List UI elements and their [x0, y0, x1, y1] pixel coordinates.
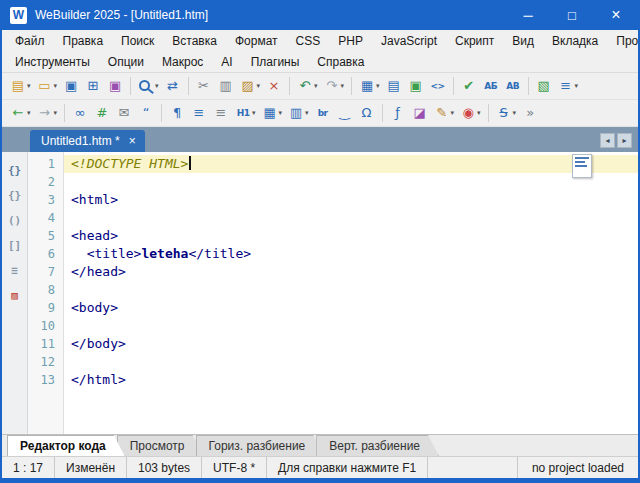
tag-case-button[interactable]: AB: [502, 74, 524, 98]
copy-button[interactable]: ▥: [215, 74, 237, 98]
menu-tab[interactable]: Вкладка: [543, 34, 607, 48]
menu-edit[interactable]: Правка: [54, 34, 113, 48]
menu-options[interactable]: Опции: [99, 55, 153, 69]
insert-tag-button[interactable]: <>: [427, 74, 449, 98]
insert-table-button[interactable]: ▦▾: [356, 74, 383, 98]
code-text[interactable]: [64, 281, 638, 299]
menu-css[interactable]: CSS: [287, 34, 330, 48]
redo-button[interactable]: ↷▾: [321, 74, 348, 98]
line-break-button[interactable]: br: [312, 101, 334, 125]
code-text[interactable]: [64, 353, 638, 371]
numbered-list-button[interactable]: ≡: [210, 101, 232, 125]
view-tab-vertical-split[interactable]: Верт. разбиение: [316, 435, 439, 456]
heading-button[interactable]: H1▾: [232, 101, 259, 125]
tab-scroll-left-button[interactable]: ◂: [600, 133, 615, 148]
paste-button[interactable]: ▨▾: [237, 74, 264, 98]
comment-button[interactable]: “: [135, 101, 157, 125]
insert-form-button[interactable]: ▤: [383, 74, 405, 98]
document-tab[interactable]: Untitled1.htm * ×: [30, 130, 145, 152]
code-text[interactable]: <html>: [64, 191, 638, 209]
menu-ai[interactable]: AI: [212, 55, 241, 69]
fold-brackets-button[interactable]: []: [4, 233, 26, 255]
menu-file[interactable]: Файл: [6, 34, 54, 48]
fold-braces-button[interactable]: {}: [4, 158, 26, 180]
plugins-button[interactable]: ▧: [533, 74, 555, 98]
view-tab-code-editor[interactable]: Редактор кода: [7, 435, 125, 456]
bullet-list-button[interactable]: ≡: [188, 101, 210, 125]
strikethrough-button[interactable]: S▾: [493, 101, 520, 125]
anchor-button[interactable]: #: [91, 101, 113, 125]
code-text[interactable]: [64, 209, 638, 227]
insert-image-button[interactable]: ▣: [405, 74, 427, 98]
find-button[interactable]: ▾: [135, 74, 162, 98]
save-button[interactable]: ▣: [60, 74, 82, 98]
replace-button[interactable]: ⇄: [162, 74, 184, 98]
tab-scroll-right-button[interactable]: ▸: [617, 133, 632, 148]
close-button[interactable]: ×: [594, 0, 638, 30]
minimize-button[interactable]: ─: [506, 0, 550, 30]
code-text[interactable]: [64, 317, 638, 335]
hyperlink-button[interactable]: ∞: [69, 101, 91, 125]
menu-insert[interactable]: Вставка: [163, 34, 226, 48]
table-button[interactable]: ▦▾: [259, 101, 286, 125]
fold-braces-alt-button[interactable]: {}: [4, 183, 26, 205]
non-breaking-space-button[interactable]: ‿: [334, 101, 356, 125]
cut-button[interactable]: ✂: [193, 74, 215, 98]
menu-search[interactable]: Поиск: [112, 34, 163, 48]
paragraph-button[interactable]: ¶: [166, 101, 188, 125]
panel-list-button[interactable]: ≡: [4, 258, 26, 280]
new-document-button[interactable]: ▤▾: [7, 74, 34, 98]
menu-tools[interactable]: Инструменты: [6, 55, 99, 69]
save-all-button[interactable]: ⊞: [82, 74, 104, 98]
toolbar-menu-button[interactable]: ≡▾: [555, 74, 582, 98]
special-character-button[interactable]: Ω: [356, 101, 378, 125]
navigate-forward-button[interactable]: →▾: [34, 101, 61, 125]
code-text[interactable]: </body>: [64, 335, 638, 353]
code-text[interactable]: <title>leteha</title>: [64, 245, 638, 263]
eraser-button[interactable]: ◪: [409, 101, 431, 125]
color-picker-button[interactable]: ◉▾: [457, 101, 484, 125]
menu-format[interactable]: Формат: [226, 34, 287, 48]
toolbar-row-1: ▤▾▭▾▣⊞▣▾⇄✂▥▨▾×↶▾↷▾▦▾▤▣<>✔АБAB▧≡▾: [2, 73, 638, 100]
save-as-button[interactable]: ▣: [104, 74, 126, 98]
more-tools-button[interactable]: »: [519, 101, 541, 125]
menu-help[interactable]: Справка: [308, 55, 373, 69]
navigate-back-button[interactable]: ←▾: [7, 101, 34, 125]
validator-button[interactable]: ▨: [4, 283, 26, 305]
code-text[interactable]: <!DOCTYPE HTML>: [64, 155, 638, 173]
heading-icon: H1: [235, 105, 251, 121]
validator-icon: ▨: [11, 289, 18, 302]
menu-javascript[interactable]: JavaScript: [372, 34, 446, 48]
code-text[interactable]: [64, 173, 638, 191]
code-text[interactable]: <head>: [64, 227, 638, 245]
uppercase-button[interactable]: АБ: [480, 74, 502, 98]
open-file-button[interactable]: ▭▾: [34, 74, 61, 98]
mailto-link-button[interactable]: ✉: [113, 101, 135, 125]
view-tab-preview[interactable]: Просмотр: [117, 435, 204, 456]
spell-check-button[interactable]: ✔: [458, 74, 480, 98]
view-tabs: Редактор кодаПросмотрГориз. разбиениеВер…: [2, 434, 638, 456]
fold-parentheses-icon: (): [8, 214, 21, 227]
toolbar-separator: [488, 104, 489, 122]
menu-project[interactable]: Проект: [607, 34, 640, 48]
menu-plugins[interactable]: Плагины: [242, 55, 309, 69]
toolbar-separator: [161, 104, 162, 122]
code-text[interactable]: </html>: [64, 371, 638, 389]
menu-view[interactable]: Вид: [503, 34, 543, 48]
code-text[interactable]: <body>: [64, 299, 638, 317]
view-tab-horizontal-split[interactable]: Гориз. разбиение: [196, 435, 325, 456]
maximize-button[interactable]: □: [550, 0, 594, 30]
fold-parentheses-button[interactable]: (): [4, 208, 26, 230]
delete-button[interactable]: ×: [263, 74, 285, 98]
menu-php[interactable]: PHP: [329, 34, 372, 48]
format-brush-button[interactable]: ✎▾: [431, 101, 458, 125]
code-line: 12: [28, 353, 638, 371]
code-editor[interactable]: 1<!DOCTYPE HTML>23<html>45<head>6 <title…: [28, 152, 638, 434]
menu-script[interactable]: Скрипт: [446, 34, 503, 48]
script-button[interactable]: ƒ: [387, 101, 409, 125]
menu-macros[interactable]: Макрос: [153, 55, 212, 69]
undo-button[interactable]: ↶▾: [294, 74, 321, 98]
code-text[interactable]: </head>: [64, 263, 638, 281]
tab-close-icon[interactable]: ×: [129, 136, 136, 146]
div-layer-button[interactable]: ▥▾: [285, 101, 312, 125]
